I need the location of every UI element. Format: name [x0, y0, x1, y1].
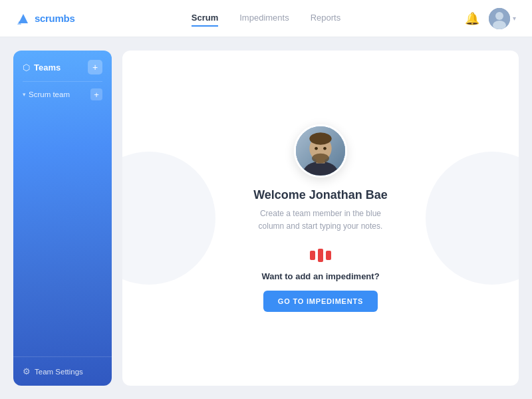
teams-icon: ⬡ [23, 63, 30, 72]
logo-icon [16, 11, 31, 26]
sidebar-footer[interactable]: ⚙ Team Settings [13, 356, 112, 386]
chevron-down-icon: ▾ [513, 15, 516, 22]
logo-area: scrumbs [16, 11, 96, 26]
user-profile-avatar [294, 124, 347, 178]
settings-label: Team Settings [35, 368, 83, 376]
user-avatar-img [489, 8, 510, 29]
add-team-button[interactable]: + [88, 60, 102, 74]
impediment-question: Want to add an impediment? [261, 271, 379, 281]
impediment-icon-area [310, 249, 331, 262]
deco-circle-left [122, 152, 215, 285]
bell-icon[interactable]: 🔔 [465, 11, 479, 26]
svg-point-13 [323, 147, 327, 150]
main-content: Welcome Jonathan Bae Create a team membe… [122, 51, 519, 386]
main-container: ⬡ Teams + ▾ Scrum team + ⚙ Team Settings [0, 37, 532, 399]
svg-point-11 [312, 154, 329, 164]
deco-circle-right [426, 152, 519, 285]
sidebar-header: ⬡ Teams + [13, 51, 112, 81]
header-right: 🔔 ▾ [436, 8, 516, 29]
go-to-impediments-button[interactable]: GO TO IMPEDIMENTS [263, 291, 378, 312]
welcome-subtitle: Create a team member in the blue column … [254, 207, 387, 233]
nav-scrum[interactable]: Scrum [192, 10, 218, 27]
chevron-right-icon: ▾ [23, 91, 26, 98]
app-header: scrumbs Scrum Impediments Reports 🔔 ▾ [0, 0, 532, 37]
main-nav: Scrum Impediments Reports [96, 10, 436, 27]
scrum-team-row[interactable]: ▾ Scrum team + [13, 82, 112, 106]
scrum-team-label: Scrum team [29, 90, 70, 98]
svg-marker-0 [19, 14, 28, 23]
imp-bar-2 [318, 249, 323, 262]
settings-icon: ⚙ [23, 366, 31, 376]
nav-reports[interactable]: Reports [311, 10, 341, 27]
imp-bar-1 [310, 251, 315, 260]
user-avatar-button[interactable]: ▾ [489, 8, 516, 29]
welcome-title: Welcome Jonathan Bae [253, 188, 388, 202]
svg-point-10 [309, 132, 331, 145]
logo-text: scrumbs [35, 13, 74, 24]
welcome-section: Welcome Jonathan Bae Create a team membe… [253, 124, 388, 312]
sidebar-title: Teams [34, 63, 61, 72]
sidebar: ⬡ Teams + ▾ Scrum team + ⚙ Team Settings [13, 51, 112, 386]
svg-point-12 [315, 147, 318, 150]
nav-impediments[interactable]: Impediments [239, 10, 289, 27]
svg-point-3 [495, 12, 503, 20]
add-scrum-member-button[interactable]: + [90, 88, 102, 100]
sidebar-title-row: ⬡ Teams [23, 63, 61, 72]
scrum-team-label-row: ▾ Scrum team [23, 90, 70, 98]
imp-bar-3 [326, 251, 331, 260]
